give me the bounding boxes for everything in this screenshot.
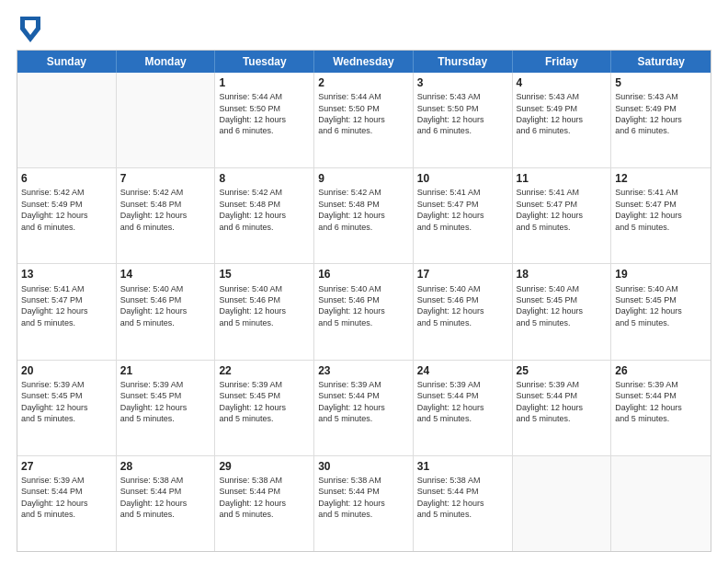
day-info: Sunrise: 5:38 AM Sunset: 5:44 PM Dayligh…: [318, 475, 409, 521]
day-cell-29: 29Sunrise: 5:38 AM Sunset: 5:44 PM Dayli…: [215, 456, 314, 551]
day-info: Sunrise: 5:43 AM Sunset: 5:50 PM Dayligh…: [417, 91, 508, 137]
day-info: Sunrise: 5:40 AM Sunset: 5:46 PM Dayligh…: [219, 283, 310, 329]
cal-header-monday: Monday: [117, 51, 216, 73]
week-row-4: 20Sunrise: 5:39 AM Sunset: 5:45 PM Dayli…: [17, 361, 711, 456]
day-info: Sunrise: 5:40 AM Sunset: 5:46 PM Dayligh…: [318, 283, 409, 329]
day-cell-26: 26Sunrise: 5:39 AM Sunset: 5:44 PM Dayli…: [611, 361, 711, 455]
day-cell-22: 22Sunrise: 5:39 AM Sunset: 5:45 PM Dayli…: [215, 361, 314, 455]
day-cell-15: 15Sunrise: 5:40 AM Sunset: 5:46 PM Dayli…: [215, 264, 314, 359]
day-info: Sunrise: 5:39 AM Sunset: 5:44 PM Dayligh…: [615, 379, 707, 425]
day-cell-13: 13Sunrise: 5:41 AM Sunset: 5:47 PM Dayli…: [17, 264, 117, 359]
day-info: Sunrise: 5:38 AM Sunset: 5:44 PM Dayligh…: [417, 475, 508, 521]
day-number: 5: [615, 75, 707, 90]
day-number: 25: [517, 363, 608, 378]
day-cell-31: 31Sunrise: 5:38 AM Sunset: 5:44 PM Dayli…: [414, 456, 513, 551]
day-info: Sunrise: 5:40 AM Sunset: 5:45 PM Dayligh…: [517, 283, 608, 329]
day-cell-25: 25Sunrise: 5:39 AM Sunset: 5:44 PM Dayli…: [513, 361, 612, 455]
week-row-1: 1Sunrise: 5:44 AM Sunset: 5:50 PM Daylig…: [17, 73, 711, 168]
day-info: Sunrise: 5:40 AM Sunset: 5:46 PM Dayligh…: [120, 283, 211, 329]
day-cell-16: 16Sunrise: 5:40 AM Sunset: 5:46 PM Dayli…: [314, 264, 414, 359]
day-number: 23: [318, 363, 409, 378]
day-cell-28: 28Sunrise: 5:38 AM Sunset: 5:44 PM Dayli…: [117, 456, 216, 551]
day-number: 15: [219, 267, 310, 282]
day-number: 8: [219, 171, 310, 186]
day-cell-19: 19Sunrise: 5:40 AM Sunset: 5:45 PM Dayli…: [611, 264, 711, 359]
day-info: Sunrise: 5:38 AM Sunset: 5:44 PM Dayligh…: [219, 475, 310, 521]
calendar: SundayMondayTuesdayWednesdayThursdayFrid…: [17, 50, 711, 552]
day-cell-27: 27Sunrise: 5:39 AM Sunset: 5:44 PM Dayli…: [17, 456, 117, 551]
day-number: 21: [120, 363, 211, 378]
day-cell-10: 10Sunrise: 5:41 AM Sunset: 5:47 PM Dayli…: [414, 168, 513, 263]
day-number: 12: [615, 171, 707, 186]
day-number: 18: [517, 267, 608, 282]
day-cell-18: 18Sunrise: 5:40 AM Sunset: 5:45 PM Dayli…: [513, 264, 612, 359]
cal-header-wednesday: Wednesday: [314, 51, 414, 73]
day-cell-5: 5Sunrise: 5:43 AM Sunset: 5:49 PM Daylig…: [611, 73, 711, 167]
day-number: 30: [318, 459, 409, 474]
logo: [17, 17, 40, 40]
day-number: 9: [318, 171, 409, 186]
day-number: 4: [517, 75, 608, 90]
page: SundayMondayTuesdayWednesdayThursdayFrid…: [0, 0, 728, 563]
day-cell-3: 3Sunrise: 5:43 AM Sunset: 5:50 PM Daylig…: [414, 73, 513, 167]
day-info: Sunrise: 5:41 AM Sunset: 5:47 PM Dayligh…: [517, 187, 608, 233]
header: [17, 17, 711, 40]
day-info: Sunrise: 5:39 AM Sunset: 5:44 PM Dayligh…: [417, 379, 508, 425]
day-cell-empty: [17, 73, 117, 167]
cal-header-friday: Friday: [513, 51, 612, 73]
day-cell-30: 30Sunrise: 5:38 AM Sunset: 5:44 PM Dayli…: [314, 456, 414, 551]
day-number: 17: [417, 267, 508, 282]
day-number: 11: [517, 171, 608, 186]
logo-icon: [20, 17, 40, 42]
week-row-2: 6Sunrise: 5:42 AM Sunset: 5:49 PM Daylig…: [17, 168, 711, 264]
day-cell-1: 1Sunrise: 5:44 AM Sunset: 5:50 PM Daylig…: [215, 73, 314, 167]
day-number: 29: [219, 459, 310, 474]
cal-header-thursday: Thursday: [414, 51, 513, 73]
day-cell-20: 20Sunrise: 5:39 AM Sunset: 5:45 PM Dayli…: [17, 361, 117, 455]
day-info: Sunrise: 5:39 AM Sunset: 5:45 PM Dayligh…: [21, 379, 112, 425]
day-number: 20: [21, 363, 112, 378]
day-info: Sunrise: 5:39 AM Sunset: 5:44 PM Dayligh…: [21, 475, 112, 521]
day-info: Sunrise: 5:42 AM Sunset: 5:48 PM Dayligh…: [120, 187, 211, 233]
day-info: Sunrise: 5:39 AM Sunset: 5:45 PM Dayligh…: [120, 379, 211, 425]
cal-header-sunday: Sunday: [17, 51, 117, 73]
day-number: 22: [219, 363, 310, 378]
day-cell-9: 9Sunrise: 5:42 AM Sunset: 5:48 PM Daylig…: [314, 168, 414, 263]
day-info: Sunrise: 5:43 AM Sunset: 5:49 PM Dayligh…: [517, 91, 608, 137]
day-info: Sunrise: 5:39 AM Sunset: 5:45 PM Dayligh…: [219, 379, 310, 425]
day-cell-empty: [513, 456, 612, 551]
day-cell-empty: [117, 73, 216, 167]
day-number: 2: [318, 75, 409, 90]
day-info: Sunrise: 5:44 AM Sunset: 5:50 PM Dayligh…: [318, 91, 409, 137]
day-number: 6: [21, 171, 112, 186]
day-info: Sunrise: 5:39 AM Sunset: 5:44 PM Dayligh…: [517, 379, 608, 425]
day-info: Sunrise: 5:41 AM Sunset: 5:47 PM Dayligh…: [21, 283, 112, 329]
day-number: 16: [318, 267, 409, 282]
day-info: Sunrise: 5:39 AM Sunset: 5:44 PM Dayligh…: [318, 379, 409, 425]
week-row-5: 27Sunrise: 5:39 AM Sunset: 5:44 PM Dayli…: [17, 456, 711, 551]
day-number: 28: [120, 459, 211, 474]
day-cell-21: 21Sunrise: 5:39 AM Sunset: 5:45 PM Dayli…: [117, 361, 216, 455]
day-cell-4: 4Sunrise: 5:43 AM Sunset: 5:49 PM Daylig…: [513, 73, 612, 167]
day-info: Sunrise: 5:40 AM Sunset: 5:45 PM Dayligh…: [615, 283, 707, 329]
day-number: 26: [615, 363, 707, 378]
cal-header-saturday: Saturday: [611, 51, 711, 73]
calendar-header-row: SundayMondayTuesdayWednesdayThursdayFrid…: [17, 51, 711, 73]
day-cell-8: 8Sunrise: 5:42 AM Sunset: 5:48 PM Daylig…: [215, 168, 314, 263]
day-number: 3: [417, 75, 508, 90]
day-info: Sunrise: 5:42 AM Sunset: 5:48 PM Dayligh…: [318, 187, 409, 233]
day-info: Sunrise: 5:43 AM Sunset: 5:49 PM Dayligh…: [615, 91, 707, 137]
day-cell-11: 11Sunrise: 5:41 AM Sunset: 5:47 PM Dayli…: [513, 168, 612, 263]
day-info: Sunrise: 5:38 AM Sunset: 5:44 PM Dayligh…: [120, 475, 211, 521]
day-cell-12: 12Sunrise: 5:41 AM Sunset: 5:47 PM Dayli…: [611, 168, 711, 263]
day-cell-14: 14Sunrise: 5:40 AM Sunset: 5:46 PM Dayli…: [117, 264, 216, 359]
day-number: 24: [417, 363, 508, 378]
day-number: 13: [21, 267, 112, 282]
cal-header-tuesday: Tuesday: [215, 51, 314, 73]
day-info: Sunrise: 5:42 AM Sunset: 5:49 PM Dayligh…: [21, 187, 112, 233]
day-info: Sunrise: 5:41 AM Sunset: 5:47 PM Dayligh…: [417, 187, 508, 233]
day-cell-23: 23Sunrise: 5:39 AM Sunset: 5:44 PM Dayli…: [314, 361, 414, 455]
day-cell-2: 2Sunrise: 5:44 AM Sunset: 5:50 PM Daylig…: [314, 73, 414, 167]
day-cell-6: 6Sunrise: 5:42 AM Sunset: 5:49 PM Daylig…: [17, 168, 117, 263]
day-number: 27: [21, 459, 112, 474]
